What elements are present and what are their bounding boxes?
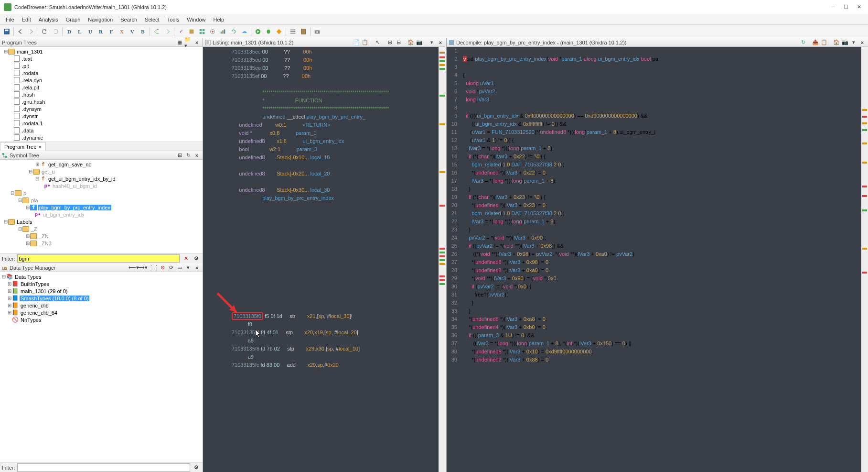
diamond-icon[interactable]	[274, 27, 284, 36]
dtm-btn6-icon[interactable]: ▭	[176, 264, 183, 272]
dc-export-icon[interactable]: 📤	[812, 39, 819, 46]
play-icon[interactable]	[253, 27, 263, 36]
tree-item[interactable]: _Z	[30, 226, 38, 232]
lst-snap-icon[interactable]: 📷	[416, 39, 423, 46]
dc-close-icon[interactable]: ×	[858, 39, 866, 46]
dtm-close-icon[interactable]: ×	[193, 264, 201, 272]
tree-item[interactable]: .dynstr	[21, 113, 39, 119]
pt-close-icon[interactable]: ×	[193, 39, 201, 46]
cloud-icon[interactable]: ☁	[239, 27, 249, 36]
minimize-button[interactable]: ─	[831, 4, 835, 10]
filter-settings-icon[interactable]: ⚙	[192, 254, 201, 263]
letter-u-icon[interactable]: U	[86, 27, 95, 36]
tree-item[interactable]: get_u	[41, 169, 56, 175]
decompile-code[interactable]: void play_bgm_by_prc_entry_index(void *p…	[460, 47, 861, 472]
dc-copy-icon[interactable]: 📋	[820, 39, 828, 46]
pt-btn1-icon[interactable]: ▦	[176, 39, 183, 46]
pt-btn2-icon[interactable]: 📁▾	[184, 39, 192, 46]
lst-copy-icon[interactable]: 📄	[353, 39, 360, 46]
lst-toggle1-icon[interactable]: ⊞	[386, 39, 394, 46]
menu-window[interactable]: Window	[183, 16, 209, 23]
menu-search[interactable]: Search	[117, 16, 141, 23]
dtm-back-icon[interactable]: ⟵▾	[130, 264, 138, 272]
chart-icon[interactable]	[218, 27, 228, 36]
tree-item[interactable]: Labels	[16, 219, 33, 225]
tree-item[interactable]: BuiltInTypes	[20, 281, 50, 287]
tree-item[interactable]: generic_clib	[20, 303, 50, 308]
tree-root[interactable]: Data Types	[14, 274, 42, 280]
lst-menu-icon[interactable]: ▾	[428, 39, 436, 46]
tree-item[interactable]: .dynsym	[21, 106, 43, 112]
tree-item[interactable]: NnTypes	[20, 317, 42, 323]
redo-icon[interactable]	[51, 27, 60, 36]
tree-item[interactable]: .data	[21, 128, 34, 133]
tab-program-tree[interactable]: Program Tree×	[0, 143, 46, 151]
st-btn1-icon[interactable]: ⊞	[176, 152, 183, 159]
menu-tools[interactable]: Tools	[163, 16, 183, 23]
tree-root[interactable]: main_1301	[16, 49, 43, 55]
menu-analysis[interactable]: Analysis	[35, 16, 62, 23]
dc-refresh-icon[interactable]: ↻	[799, 39, 807, 46]
letter-b-icon[interactable]: B	[138, 27, 148, 36]
undo-icon[interactable]	[40, 27, 50, 36]
dtm-fwd-icon[interactable]: ⟶▾	[139, 264, 146, 272]
tree-item[interactable]: .hash	[21, 92, 36, 98]
tree-item[interactable]: .rodata	[21, 70, 39, 76]
data-type-tree[interactable]: ⊟📚Data Types ⊞📕BuiltInTypes ⊞📗main_1301 …	[0, 272, 203, 462]
lst-cursor-icon[interactable]: ↖	[374, 39, 381, 46]
tree-item[interactable]: get_bgm_save_no	[47, 162, 93, 167]
clear-filter-icon[interactable]: ✕	[182, 254, 190, 263]
back-icon[interactable]	[16, 27, 25, 36]
menu-help[interactable]: Help	[209, 16, 228, 23]
maximize-button[interactable]: ☐	[844, 4, 848, 10]
tree-item[interactable]: _ZN3	[38, 241, 53, 246]
letter-r-icon[interactable]: R	[96, 27, 106, 36]
check-icon[interactable]: ✓	[176, 27, 186, 36]
book-icon[interactable]	[299, 27, 308, 36]
camera-icon[interactable]	[312, 27, 322, 36]
tree-item[interactable]: .rela.dyn	[21, 77, 43, 83]
tree-item-selected[interactable]: play_bgm_by_prc_entry_index	[38, 205, 111, 210]
listing-scroll[interactable]: 71033135ec 00 ?? 00h 71033135ed 00 ?? 00…	[203, 47, 439, 472]
tree-item[interactable]: pla	[30, 198, 39, 203]
lst-close-icon[interactable]: ×	[437, 39, 444, 46]
dtm-btn5-icon[interactable]: ⟳	[167, 264, 175, 272]
st-btn2-icon[interactable]: ↻	[184, 152, 192, 159]
symbol-filter-input[interactable]	[17, 254, 180, 263]
letter-l-icon[interactable]: L	[75, 27, 85, 36]
lst-toggle2-icon[interactable]: ⊟	[395, 39, 402, 46]
tab-close-icon[interactable]: ×	[38, 144, 41, 150]
dtm-menu-icon[interactable]: ▾	[184, 264, 192, 272]
close-button[interactable]: ✕	[857, 4, 861, 10]
forward-icon[interactable]	[26, 27, 36, 36]
box-icon[interactable]	[187, 27, 196, 36]
tree-item[interactable]: ui_bgm_entry_idx	[42, 212, 86, 218]
menu-navigation[interactable]: Navigation	[84, 16, 117, 23]
tree-item[interactable]: get_ui_bgm_entry_idx_by_id	[47, 176, 117, 182]
dc-snap-icon[interactable]: 📷	[841, 39, 849, 46]
dc-menu-icon[interactable]: ▾	[850, 39, 857, 46]
menu-edit[interactable]: Edit	[18, 16, 35, 23]
grid-icon[interactable]	[197, 27, 207, 36]
menu-graph[interactable]: Graph	[62, 16, 85, 23]
save-icon[interactable]	[2, 27, 11, 36]
next-diff-icon[interactable]	[162, 27, 172, 36]
symbol-tree[interactable]: ⊞fget_bgm_save_no ⊟get_u ⊟fget_ui_bgm_en…	[0, 160, 203, 253]
bug-icon[interactable]	[264, 27, 273, 36]
letter-f-icon[interactable]: F	[107, 27, 116, 36]
tree-item[interactable]: .rodata.1	[21, 121, 43, 126]
program-tree[interactable]: ⊟main_1301 .text .plt .rodata .rela.dyn …	[0, 47, 203, 142]
st-close-icon[interactable]: ×	[193, 152, 201, 159]
lst-home-icon[interactable]: 🏠	[407, 39, 415, 46]
tree-item[interactable]: .plt	[21, 63, 30, 69]
tree-item[interactable]: main_1301 (29 of 0)	[20, 288, 68, 294]
menu-select[interactable]: Select	[141, 16, 163, 23]
tree-item[interactable]: _ZN	[38, 233, 50, 239]
dtm-btn3-icon[interactable]: ⋮⋮	[150, 264, 158, 272]
menu-file[interactable]: File	[2, 16, 18, 23]
letter-x-icon[interactable]: X	[117, 27, 127, 36]
tree-item[interactable]: .rela.plt	[21, 85, 40, 90]
lst-paste-icon[interactable]: 📋	[361, 39, 369, 46]
refresh-icon[interactable]	[229, 27, 238, 36]
prev-diff-icon[interactable]	[152, 27, 161, 36]
